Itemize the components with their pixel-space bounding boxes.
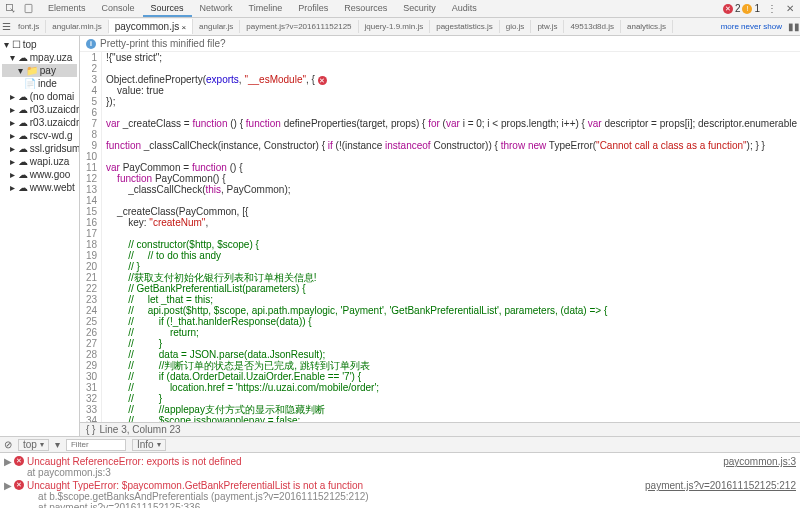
- line-gutter: 1 2 3 4 5 6 7 8 9 10 11 12 13 14 15 16 1…: [80, 52, 102, 422]
- file-tab[interactable]: payment.js?v=201611152125: [240, 20, 358, 33]
- console-body: ▶ ✕ Uncaught ReferenceError: exports is …: [0, 453, 800, 508]
- error-icon: ✕: [14, 456, 24, 466]
- sidebar-item[interactable]: ▸ ☁ rscv-wd.g: [2, 129, 77, 142]
- console-filter-input[interactable]: [66, 439, 126, 451]
- sidebar-item[interactable]: ▸ ☁ r03.uzaicdn: [2, 103, 77, 116]
- console-header: ⊘ top ▾ ▾ Info ▾: [0, 437, 800, 453]
- code-area[interactable]: 1 2 3 4 5 6 7 8 9 10 11 12 13 14 15 16 1…: [80, 52, 800, 422]
- tab-resources[interactable]: Resources: [336, 1, 395, 17]
- console-error[interactable]: ▶ ✕ Uncaught ReferenceError: exports is …: [4, 455, 796, 479]
- devtools-toolbar: Elements Console Sources Network Timelin…: [0, 0, 800, 18]
- file-tab[interactable]: pagestatistics.js: [430, 20, 499, 33]
- tab-sources[interactable]: Sources: [143, 1, 192, 17]
- file-tab[interactable]: jquery-1.9.min.js: [359, 20, 431, 33]
- file-navigator: ▾ ☐ top ▾ ☁ mpay.uza ▾ 📁 pay 📄 inde ▸ ☁ …: [0, 36, 80, 436]
- inspect-icon[interactable]: [4, 3, 16, 15]
- sidebar-item[interactable]: ▸ ☁ www.goo: [2, 168, 77, 181]
- tab-audits[interactable]: Audits: [444, 1, 485, 17]
- expand-icon[interactable]: ▶: [4, 480, 12, 508]
- sidebar-item[interactable]: ▾ ☁ mpay.uza: [2, 51, 77, 64]
- sidebar-item[interactable]: 📄 inde: [2, 77, 77, 90]
- tab-timeline[interactable]: Timeline: [241, 1, 291, 17]
- sidebar-item[interactable]: ▸ ☁ r03.uzaicdn: [2, 116, 77, 129]
- console-clear-icon[interactable]: ⊘: [4, 439, 12, 450]
- tab-elements[interactable]: Elements: [40, 1, 94, 17]
- file-tab[interactable]: 49513d8d.js: [564, 20, 621, 33]
- nav-toggle-icon[interactable]: ☰: [0, 21, 12, 33]
- close-icon[interactable]: ✕: [784, 3, 796, 15]
- main-area: ▾ ☐ top ▾ ☁ mpay.uza ▾ 📁 pay 📄 inde ▸ ☁ …: [0, 36, 800, 436]
- console-drawer: ⊘ top ▾ ▾ Info ▾ ▶ ✕ Uncaught ReferenceE…: [0, 436, 800, 508]
- code-editor: i Pretty-print this minified file? 1 2 3…: [80, 36, 800, 436]
- console-error[interactable]: ▶ ✕ Uncaught TypeError: $paycommon.GetBa…: [4, 479, 796, 508]
- sidebar-item[interactable]: ▸ ☁ ssl.gridsum: [2, 142, 77, 155]
- error-link[interactable]: payment.js?v=201611152125:212: [645, 480, 796, 508]
- tab-console[interactable]: Console: [94, 1, 143, 17]
- preserve-log-icon[interactable]: ▾: [55, 439, 60, 450]
- editor-status-bar: { } Line 3, Column 23: [80, 422, 800, 436]
- file-tab[interactable]: gio.js: [500, 20, 532, 33]
- file-tab[interactable]: analytics.js: [621, 20, 673, 33]
- file-tab-bar: ☰ font.js angular.min.js paycommon.js × …: [0, 18, 800, 36]
- info-icon: i: [86, 39, 96, 49]
- sidebar-item[interactable]: ▸ ☁ (no domai: [2, 90, 77, 103]
- tab-security[interactable]: Security: [395, 1, 444, 17]
- error-badge[interactable]: ✕2 !1: [723, 3, 760, 14]
- expand-icon[interactable]: ▶: [4, 456, 12, 478]
- file-tab[interactable]: font.js: [12, 20, 46, 33]
- pretty-brace-icon[interactable]: { }: [86, 424, 95, 435]
- error-count-icon: ✕: [723, 4, 733, 14]
- tab-network[interactable]: Network: [192, 1, 241, 17]
- sidebar-item[interactable]: ▸ ☁ www.webt: [2, 181, 77, 194]
- svg-rect-1: [25, 4, 32, 12]
- pretty-print-text[interactable]: Pretty-print this minified file?: [100, 38, 226, 49]
- file-tab[interactable]: angular.min.js: [46, 20, 108, 33]
- pause-icon[interactable]: ▮▮: [788, 21, 800, 33]
- device-icon[interactable]: [22, 3, 34, 15]
- sidebar-item-top[interactable]: ▾ ☐ top: [2, 38, 77, 51]
- error-count: 2: [735, 3, 741, 14]
- cursor-position: Line 3, Column 23: [99, 424, 180, 435]
- log-level-select[interactable]: Info ▾: [132, 439, 166, 451]
- pretty-print-banner: i Pretty-print this minified file?: [80, 36, 800, 52]
- error-link[interactable]: paycommon.js:3: [723, 456, 796, 478]
- sidebar-item[interactable]: ▾ 📁 pay: [2, 64, 77, 77]
- warn-count: 1: [754, 3, 760, 14]
- devtools-tabs: Elements Console Sources Network Timelin…: [40, 1, 717, 17]
- file-tab[interactable]: ptw.js: [531, 20, 564, 33]
- more-never-show-link[interactable]: more never show: [721, 22, 788, 31]
- file-tab[interactable]: angular.js: [193, 20, 240, 33]
- error-icon: ✕: [14, 480, 24, 490]
- settings-icon[interactable]: ⋮: [766, 3, 778, 15]
- tab-profiles[interactable]: Profiles: [290, 1, 336, 17]
- file-tab[interactable]: paycommon.js ×: [109, 19, 193, 34]
- code-lines[interactable]: !{"use strict"; Object.defineProperty(ex…: [102, 52, 800, 422]
- context-select[interactable]: top ▾: [18, 439, 49, 451]
- warn-count-icon: !: [742, 4, 752, 14]
- sidebar-item[interactable]: ▸ ☁ wapi.uza: [2, 155, 77, 168]
